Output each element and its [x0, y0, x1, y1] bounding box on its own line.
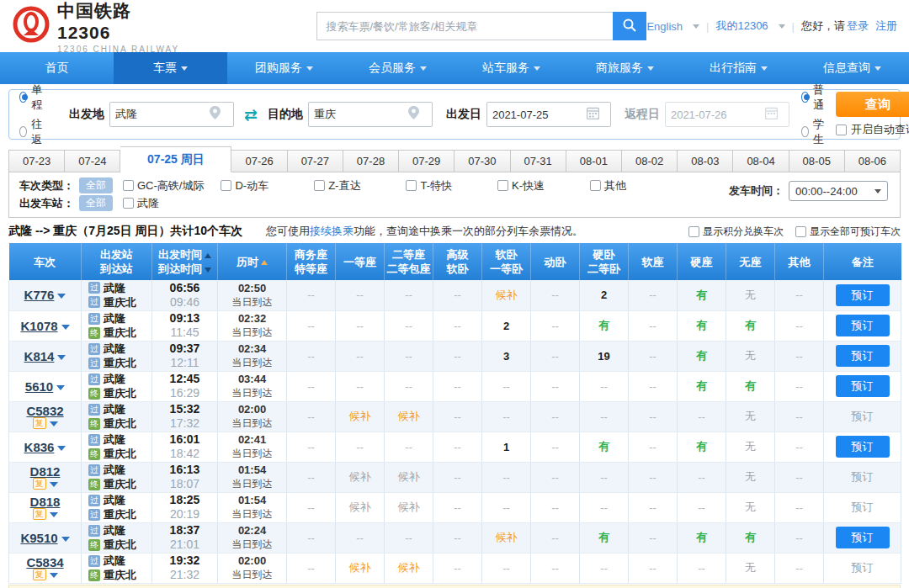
- nav-item-info-query[interactable]: 信息查询: [795, 52, 909, 84]
- train-type-option[interactable]: GC-高铁/城际: [123, 178, 204, 193]
- book-button[interactable]: 预订: [836, 436, 890, 458]
- book-button[interactable]: 预订: [836, 345, 890, 367]
- nav-item-business-travel[interactable]: 商旅服务: [568, 52, 682, 84]
- checkbox-icon[interactable]: [688, 226, 699, 237]
- column-header[interactable]: 硬卧二等卧: [580, 243, 629, 280]
- column-header[interactable]: 动卧: [531, 243, 580, 280]
- train-type-option[interactable]: 其他: [590, 178, 626, 193]
- expand-caret-icon[interactable]: [50, 512, 58, 517]
- train-number-link[interactable]: D818: [30, 495, 61, 508]
- checkbox-icon[interactable]: [406, 180, 417, 191]
- login-link[interactable]: 登录: [847, 19, 869, 34]
- column-header[interactable]: 软卧一等卧: [482, 243, 531, 280]
- query-button[interactable]: 查询: [836, 92, 909, 117]
- checkbox-icon[interactable]: [836, 124, 847, 135]
- column-header[interactable]: 其他: [775, 243, 824, 280]
- train-number-link[interactable]: K9510: [20, 532, 57, 544]
- date-tab-08-04[interactable]: 08-04: [733, 150, 789, 172]
- column-header[interactable]: 备注: [824, 243, 901, 280]
- expand-caret-icon[interactable]: [50, 573, 58, 578]
- column-header[interactable]: 无座: [726, 243, 775, 280]
- trip-type-往返[interactable]: 往返: [19, 117, 45, 147]
- checkbox-icon[interactable]: [314, 180, 325, 191]
- nav-item-tickets[interactable]: 车票: [114, 52, 227, 84]
- date-tab-07-28[interactable]: 07-28: [343, 150, 399, 172]
- train-type-option[interactable]: D-动车: [221, 178, 268, 193]
- to-input[interactable]: [314, 109, 408, 121]
- sort-asc-icon[interactable]: [205, 253, 211, 258]
- nav-item-station-service[interactable]: 站车服务: [454, 52, 568, 84]
- auto-query-toggle[interactable]: 开启自动查询: [836, 122, 909, 137]
- passenger-type-普通[interactable]: 普通: [801, 82, 827, 113]
- depart-date-input[interactable]: [492, 109, 587, 121]
- train-type-option[interactable]: T-特快: [406, 178, 452, 193]
- depart-station-all-badge[interactable]: 全部: [79, 195, 113, 211]
- date-tab-08-06[interactable]: 08-06: [845, 150, 901, 172]
- checkbox-icon[interactable]: [221, 180, 231, 191]
- column-header[interactable]: 历时: [218, 243, 287, 280]
- train-number-link[interactable]: K836: [24, 441, 55, 453]
- column-header[interactable]: 二等座二等包座: [385, 243, 433, 280]
- sort-asc-icon[interactable]: [261, 260, 268, 265]
- search-button[interactable]: [613, 12, 646, 40]
- date-tab-07-26[interactable]: 07-26: [231, 150, 287, 172]
- date-tab-07-23[interactable]: 07-23: [8, 150, 65, 172]
- expand-caret-icon[interactable]: [57, 446, 66, 451]
- expand-caret-icon[interactable]: [57, 294, 66, 299]
- show-all-bookable-toggle[interactable]: 显示全部可预订车次: [795, 225, 901, 239]
- sort-desc-icon[interactable]: [205, 268, 211, 273]
- nav-item-home[interactable]: 首页: [0, 52, 114, 84]
- nav-item-group-service[interactable]: 团购服务: [227, 52, 341, 84]
- passenger-type-学生[interactable]: 学生: [801, 117, 827, 147]
- show-points-trains-toggle[interactable]: 显示积分兑换车次: [688, 225, 784, 239]
- expand-caret-icon[interactable]: [57, 355, 66, 360]
- expand-caret-icon[interactable]: [50, 421, 58, 426]
- date-tab-08-03[interactable]: 08-03: [678, 150, 733, 172]
- train-type-option[interactable]: K-快速: [497, 178, 545, 193]
- from-input[interactable]: [115, 109, 210, 121]
- swap-stations-icon[interactable]: ⇄: [244, 105, 258, 124]
- search-input[interactable]: [316, 12, 613, 40]
- column-header[interactable]: 商务座特等座: [287, 243, 336, 280]
- depart-station-option[interactable]: 武隆: [123, 196, 159, 211]
- column-header[interactable]: 一等座: [336, 243, 385, 280]
- book-button[interactable]: 预订: [836, 284, 890, 306]
- column-header[interactable]: 硬座: [678, 243, 726, 280]
- train-type-all-badge[interactable]: 全部: [79, 177, 113, 193]
- my-12306-menu[interactable]: 我的12306: [715, 19, 768, 34]
- column-header[interactable]: 车次: [9, 243, 82, 280]
- date-tab-07-30[interactable]: 07-30: [454, 150, 510, 172]
- expand-caret-icon[interactable]: [56, 385, 65, 390]
- train-type-option[interactable]: Z-直达: [314, 178, 360, 193]
- register-link[interactable]: 注册: [875, 19, 897, 34]
- date-tab-07-31[interactable]: 07-31: [511, 150, 566, 172]
- date-tab-07-27[interactable]: 07-27: [288, 150, 343, 172]
- train-number-link[interactable]: C5834: [26, 556, 63, 569]
- checkbox-icon[interactable]: [123, 180, 134, 191]
- expand-caret-icon[interactable]: [50, 482, 58, 487]
- checkbox-icon[interactable]: [497, 180, 508, 191]
- checkbox-icon[interactable]: [795, 226, 806, 237]
- date-tab-08-02[interactable]: 08-02: [622, 150, 678, 172]
- depart-date-box[interactable]: [486, 102, 611, 127]
- expand-caret-icon[interactable]: [61, 325, 70, 330]
- transfer-link[interactable]: 接续换乘: [310, 225, 354, 237]
- column-header[interactable]: 出发时间到达时间: [152, 243, 218, 280]
- book-button[interactable]: 预订: [836, 527, 890, 548]
- radio-icon[interactable]: [801, 92, 809, 103]
- radio-icon[interactable]: [19, 126, 27, 137]
- column-header[interactable]: 出发站到达站: [82, 243, 152, 280]
- nav-item-member-service[interactable]: 会员服务: [341, 52, 454, 84]
- train-number-link[interactable]: 5610: [25, 380, 53, 393]
- column-header[interactable]: 软座: [629, 243, 678, 280]
- book-button[interactable]: 预订: [836, 315, 890, 336]
- train-number-link[interactable]: D812: [30, 465, 61, 478]
- to-input-box[interactable]: [308, 102, 433, 127]
- column-header[interactable]: 高级软卧: [433, 243, 482, 280]
- nav-item-travel-guide[interactable]: 出行指南: [682, 52, 795, 84]
- date-tab-07-24[interactable]: 07-24: [65, 150, 120, 172]
- train-number-link[interactable]: K1078: [20, 320, 57, 332]
- book-button[interactable]: 预订: [836, 375, 890, 397]
- date-tab-07-29[interactable]: 07-29: [399, 150, 454, 172]
- train-number-link[interactable]: K776: [24, 289, 55, 301]
